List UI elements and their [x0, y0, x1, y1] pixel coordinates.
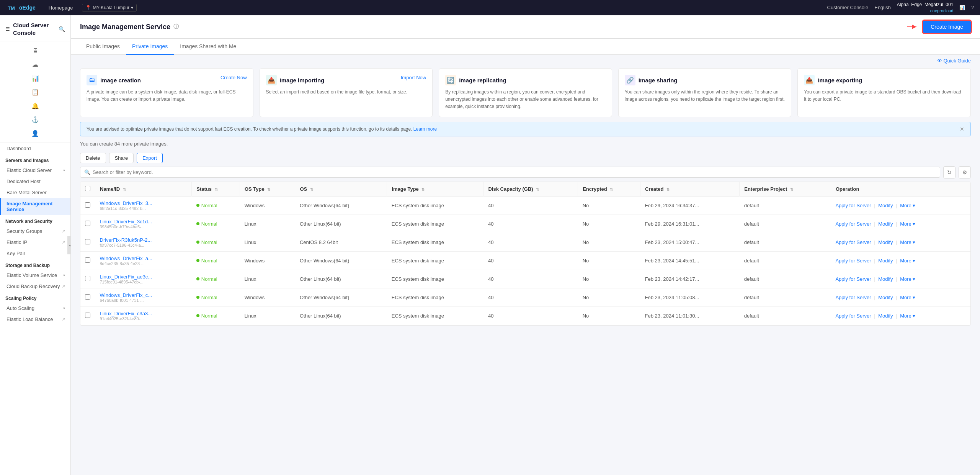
- refresh-button[interactable]: ↻: [943, 166, 956, 179]
- sidebar-item-key-pair[interactable]: Key Pair: [0, 248, 70, 259]
- sidebar-item-dedicated-host[interactable]: Dedicated Host: [0, 176, 70, 187]
- apply-server-link[interactable]: Apply for Server: [835, 276, 871, 282]
- modify-link[interactable]: Modify: [878, 203, 893, 208]
- user-name: Alpha_Edge_Megatzul_001: [897, 2, 953, 8]
- creation-card-title: Image creation: [100, 77, 141, 84]
- user-info[interactable]: Alpha_Edge_Megatzul_001 oneprocloud: [897, 2, 953, 13]
- row-checkbox[interactable]: [85, 313, 90, 318]
- col-name[interactable]: Name/ID ⇅: [95, 182, 192, 197]
- apply-server-link[interactable]: Apply for Server: [835, 239, 871, 245]
- apply-server-link[interactable]: Apply for Server: [835, 313, 871, 319]
- more-dropdown[interactable]: More ▾: [900, 295, 915, 300]
- modify-link[interactable]: Modify: [878, 258, 893, 264]
- share-button[interactable]: Share: [109, 153, 134, 163]
- language-selector[interactable]: English: [874, 5, 891, 10]
- sidebar-item-bare-metal[interactable]: Bare Metal Server: [0, 187, 70, 198]
- col-os-type[interactable]: OS Type ⇅: [240, 182, 295, 197]
- disk-cell: 40: [483, 251, 578, 270]
- apply-server-link[interactable]: Apply for Server: [835, 203, 871, 208]
- bar-chart-icon[interactable]: 📊: [959, 5, 965, 10]
- row-checkbox[interactable]: [85, 239, 90, 244]
- page-help-icon[interactable]: ⓘ: [173, 23, 179, 30]
- modify-link[interactable]: Modify: [878, 221, 893, 227]
- sidebar-item-elastic-ip[interactable]: Elastic IP ↗: [0, 237, 70, 248]
- apply-server-link[interactable]: Apply for Server: [835, 221, 871, 227]
- help-icon[interactable]: ?: [971, 5, 974, 10]
- create-image-button[interactable]: Create Image: [923, 21, 971, 33]
- sidebar-icon-cloud[interactable]: ☁: [29, 58, 41, 70]
- sidebar-item-ims[interactable]: Image Management Service: [0, 198, 70, 215]
- hamburger-icon[interactable]: ☰: [5, 26, 10, 32]
- more-dropdown[interactable]: More ▾: [900, 239, 915, 245]
- region-label: MY-Kuala Lumpur: [93, 5, 129, 10]
- column-settings-button[interactable]: ⚙: [959, 166, 971, 179]
- sidebar-item-cbr[interactable]: Cloud Backup Recovery ↗: [0, 281, 70, 292]
- row-checkbox[interactable]: [85, 202, 90, 208]
- create-now-link[interactable]: Create Now: [220, 75, 247, 80]
- delete-button[interactable]: Delete: [80, 153, 106, 163]
- sidebar-item-evs[interactable]: Elastic Volume Service ▾: [0, 270, 70, 281]
- row-checkbox[interactable]: [85, 276, 90, 281]
- image-type-cell: ECS system disk image: [387, 270, 483, 288]
- modify-link[interactable]: Modify: [878, 239, 893, 245]
- sidebar-search-icon[interactable]: 🔍: [59, 26, 65, 32]
- col-disk[interactable]: Disk Capacity (GB) ⇅: [483, 182, 578, 197]
- apply-server-link[interactable]: Apply for Server: [835, 258, 871, 264]
- quick-guide-btn[interactable]: 👁 Quick Guide: [937, 58, 971, 64]
- more-dropdown[interactable]: More ▾: [900, 258, 915, 264]
- more-dropdown[interactable]: More ▾: [900, 313, 915, 319]
- tab-public-images[interactable]: Public Images: [80, 39, 126, 55]
- image-name-link[interactable]: Linux_DriverFix_3c1d...: [100, 219, 152, 224]
- sidebar-item-dashboard[interactable]: Dashboard: [0, 143, 70, 154]
- modify-link[interactable]: Modify: [878, 276, 893, 282]
- more-dropdown[interactable]: More ▾: [900, 221, 915, 227]
- tab-shared-images[interactable]: Images Shared with Me: [174, 39, 242, 55]
- import-now-link[interactable]: Import Now: [401, 75, 426, 80]
- customer-console-link[interactable]: Customer Console: [827, 5, 869, 10]
- homepage-link[interactable]: Homepage: [49, 5, 73, 11]
- search-input[interactable]: [93, 169, 936, 175]
- col-created[interactable]: Created ⇅: [640, 182, 740, 197]
- apply-server-link[interactable]: Apply for Server: [835, 295, 871, 300]
- select-all-checkbox[interactable]: [85, 186, 90, 191]
- row-checkbox[interactable]: [85, 294, 90, 300]
- sidebar-icon-anchor[interactable]: ⚓: [29, 113, 41, 126]
- modify-link[interactable]: Modify: [878, 313, 893, 319]
- region-selector[interactable]: 📍 MY-Kuala Lumpur ▾: [82, 4, 137, 11]
- sidebar-item-elb[interactable]: Elastic Load Balance ↗: [0, 314, 70, 325]
- tab-private-images[interactable]: Private Images: [126, 39, 174, 55]
- col-image-type[interactable]: Image Type ⇅: [387, 182, 483, 197]
- sidebar-collapse-handle[interactable]: ◀: [67, 236, 71, 254]
- image-name-link[interactable]: Windows_DriverFix_c...: [100, 292, 152, 298]
- sidebar-icon-user[interactable]: 👤: [29, 127, 41, 139]
- row-checkbox[interactable]: [85, 221, 90, 226]
- image-name-link[interactable]: DriverFix-R3fuk5nP-2...: [100, 237, 152, 243]
- logo[interactable]: TM αEdge: [6, 2, 36, 13]
- col-enterprise-project[interactable]: Enterprise Project ⇅: [740, 182, 831, 197]
- table-row: DriverFix-R3fuk5nP-2... f0f37cc7-5196-43…: [80, 233, 970, 251]
- ims-label: Image Management Service: [7, 201, 65, 212]
- image-name-link[interactable]: Windows_DriverFix_3...: [100, 200, 152, 206]
- sidebar-icon-chart[interactable]: 📊: [29, 72, 41, 84]
- more-dropdown[interactable]: More ▾: [900, 276, 915, 282]
- sidebar-icon-list[interactable]: 📋: [29, 86, 41, 98]
- sidebar-icon-monitor[interactable]: 🖥: [29, 44, 41, 57]
- col-os[interactable]: OS ⇅: [295, 182, 387, 197]
- created-cell: Feb 29, 2024 16:31:01...: [640, 215, 740, 233]
- export-button[interactable]: Export: [137, 153, 163, 163]
- learn-more-link[interactable]: Learn more: [413, 126, 437, 132]
- sidebar-item-elastic-cloud-server[interactable]: Elastic Cloud Server ▾: [0, 165, 70, 176]
- sidebar-item-security-groups[interactable]: Security Groups ↗: [0, 226, 70, 237]
- col-encrypted[interactable]: Encrypted ⇅: [578, 182, 640, 197]
- image-name-link[interactable]: Linux_DriverFix_ae3c...: [100, 274, 152, 280]
- modify-link[interactable]: Modify: [878, 295, 893, 300]
- image-name-link[interactable]: Windows_DriverFix_a...: [100, 256, 152, 261]
- row-checkbox[interactable]: [85, 257, 90, 263]
- os-cell: Other Windows(64 bit): [295, 196, 387, 215]
- image-name-link[interactable]: Linux_DriverFix_c3a3...: [100, 311, 152, 316]
- more-dropdown[interactable]: More ▾: [900, 203, 915, 208]
- sidebar-icon-bell[interactable]: 🔔: [29, 100, 41, 112]
- alert-close-btn[interactable]: ✕: [960, 126, 964, 132]
- col-status[interactable]: Status ⇅: [192, 182, 240, 197]
- sidebar-item-auto-scaling[interactable]: Auto Scaling ▾: [0, 303, 70, 314]
